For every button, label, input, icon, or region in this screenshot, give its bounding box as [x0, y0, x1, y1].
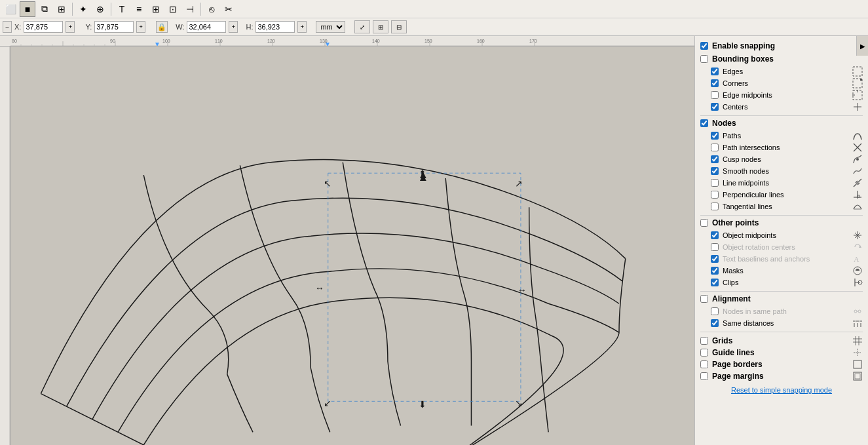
- text-baselines-label[interactable]: Text baselines and anchors: [723, 255, 848, 263]
- canvas-area[interactable]: 80 90 100 110 120 130 140 150 160 170: [0, 36, 694, 445]
- svg-rect-44: [860, 79, 862, 81]
- cusp-nodes-label[interactable]: Cusp nodes: [723, 155, 848, 163]
- text-baselines-checkbox[interactable]: [711, 255, 719, 263]
- selector-btn[interactable]: ■: [20, 1, 35, 17]
- enable-snapping-checkbox[interactable]: [700, 42, 708, 50]
- w-plus-btn[interactable]: +: [229, 21, 238, 33]
- smooth-nodes-label[interactable]: Smooth nodes: [723, 167, 848, 175]
- line-midpoints-checkbox[interactable]: [711, 179, 719, 187]
- clips-icon: [852, 277, 863, 288]
- edges-checkbox[interactable]: [711, 68, 719, 75]
- sep3: [200, 3, 201, 16]
- perpendicular-lines-label[interactable]: Perpendicular lines: [723, 191, 848, 199]
- object-midpoints-checkbox[interactable]: [711, 231, 719, 239]
- nodes-checkbox[interactable]: [700, 119, 708, 127]
- edges-icon: [852, 66, 863, 77]
- panel-collapse-arrow[interactable]: ▶: [856, 36, 868, 56]
- page-margins-checkbox[interactable]: [700, 372, 708, 380]
- guide-lines-label[interactable]: Guide lines: [712, 348, 848, 357]
- centers-checkbox[interactable]: [711, 103, 719, 111]
- grids-checkbox[interactable]: [700, 337, 708, 345]
- sep2: [111, 3, 111, 16]
- edges-item: Edges: [700, 66, 863, 77]
- cut-btn[interactable]: ✂: [221, 1, 236, 17]
- text-btn[interactable]: T: [114, 1, 130, 17]
- cusp-nodes-checkbox[interactable]: [711, 155, 719, 163]
- paths-label[interactable]: Paths: [723, 132, 848, 140]
- same-distances-label[interactable]: Same distances: [723, 319, 848, 327]
- page-btn[interactable]: ⬜: [3, 1, 18, 17]
- x-input[interactable]: [24, 21, 63, 33]
- unit-select[interactable]: mm px in: [316, 21, 345, 33]
- alignment-checkbox[interactable]: [700, 295, 708, 303]
- export-btn[interactable]: ⎋: [204, 1, 219, 17]
- clips-label[interactable]: Clips: [723, 279, 848, 286]
- h-plus-btn[interactable]: +: [297, 21, 307, 33]
- snap-btn3[interactable]: ⊞: [373, 20, 388, 33]
- page-borders-label[interactable]: Page borders: [712, 360, 848, 369]
- grids-label[interactable]: Grids: [712, 336, 848, 345]
- snap-btn4[interactable]: ⊟: [391, 20, 407, 33]
- copy-btn[interactable]: ⧉: [37, 1, 52, 17]
- object-rotation-centers-label[interactable]: Object rotation centers: [723, 243, 848, 251]
- path-intersections-checkbox[interactable]: [711, 144, 719, 151]
- h-label: H:: [246, 23, 253, 31]
- canvas-content[interactable]: ⬆ ⬇ ↖ ↗ ↙ ↘ ↔ ↔: [10, 47, 694, 445]
- toolbar: ⬜ ■ ⧉ ⊞ ✦ ⊕ T ≡ ⊞ ⊡ ⊣ ⎋ ✂ – X: + Y: + 🔒 …: [0, 0, 868, 36]
- alignment-label[interactable]: Alignment: [712, 294, 751, 303]
- object-midpoints-item: Object midpoints: [700, 229, 863, 241]
- corners-label[interactable]: Corners: [723, 79, 848, 87]
- snap-btn2[interactable]: ⊕: [92, 1, 108, 17]
- bounding-boxes-section: Bounding boxes Edges Corners: [700, 54, 863, 113]
- crop-btn[interactable]: ⊡: [165, 1, 181, 17]
- x-minus-btn[interactable]: –: [3, 21, 12, 33]
- svg-line-52: [856, 181, 858, 183]
- same-distances-icon: [852, 318, 863, 328]
- tangential-lines-icon: [852, 201, 863, 212]
- object-rotation-centers-checkbox[interactable]: [711, 243, 719, 251]
- other-points-label[interactable]: Other points: [712, 218, 759, 227]
- other-points-checkbox[interactable]: [700, 219, 708, 227]
- same-distances-checkbox[interactable]: [711, 319, 719, 327]
- corners-checkbox[interactable]: [711, 79, 719, 87]
- nodes-label[interactable]: Nodes: [712, 119, 736, 128]
- node-btn[interactable]: ✦: [75, 1, 91, 17]
- tangential-lines-checkbox[interactable]: [711, 203, 719, 210]
- masks-checkbox[interactable]: [711, 267, 719, 275]
- line-midpoints-label[interactable]: Line midpoints: [723, 179, 848, 187]
- page-margins-label[interactable]: Page margins: [712, 372, 848, 381]
- paths-checkbox[interactable]: [711, 132, 719, 140]
- bounding-boxes-checkbox[interactable]: [700, 55, 708, 63]
- perpendicular-lines-checkbox[interactable]: [711, 191, 719, 199]
- reset-snapping-link[interactable]: Reset to simple snapping mode: [700, 386, 863, 394]
- centers-label[interactable]: Centers: [723, 103, 848, 111]
- page-borders-checkbox[interactable]: [700, 360, 708, 368]
- y-plus-btn[interactable]: +: [136, 21, 145, 33]
- bounding-boxes-label[interactable]: Bounding boxes: [712, 54, 774, 64]
- smooth-nodes-checkbox[interactable]: [711, 167, 719, 175]
- clips-checkbox[interactable]: [711, 279, 719, 286]
- object-midpoints-label[interactable]: Object midpoints: [723, 231, 848, 239]
- dist-btn[interactable]: ⊣: [182, 1, 198, 17]
- edge-midpoints-checkbox[interactable]: [711, 91, 719, 99]
- enable-snapping-label[interactable]: Enable snapping: [712, 41, 775, 50]
- lock-btn[interactable]: 🔒: [156, 21, 168, 33]
- edges-label[interactable]: Edges: [723, 68, 848, 75]
- clone-btn[interactable]: ⊞: [54, 1, 69, 17]
- nodes-same-path-checkbox[interactable]: [711, 307, 719, 315]
- h-input[interactable]: [255, 21, 295, 33]
- edge-midpoints-label[interactable]: Edge midpoints: [723, 91, 848, 99]
- guide-lines-checkbox[interactable]: [700, 349, 708, 357]
- w-input[interactable]: [187, 21, 226, 33]
- y-input[interactable]: [94, 21, 134, 33]
- snap-icon-btn[interactable]: ⤢: [354, 20, 370, 33]
- cusp-nodes-icon: [852, 154, 863, 164]
- tangential-lines-label[interactable]: Tangential lines: [723, 203, 848, 210]
- nodes-same-path-label[interactable]: Nodes in same path: [723, 307, 848, 315]
- align-btn[interactable]: ≡: [131, 1, 147, 17]
- x-plus-btn[interactable]: +: [66, 21, 75, 33]
- alignment-header: Alignment: [700, 294, 863, 303]
- frame-btn[interactable]: ⊞: [148, 1, 164, 17]
- path-intersections-label[interactable]: Path intersections: [723, 144, 848, 151]
- masks-label[interactable]: Masks: [723, 267, 848, 275]
